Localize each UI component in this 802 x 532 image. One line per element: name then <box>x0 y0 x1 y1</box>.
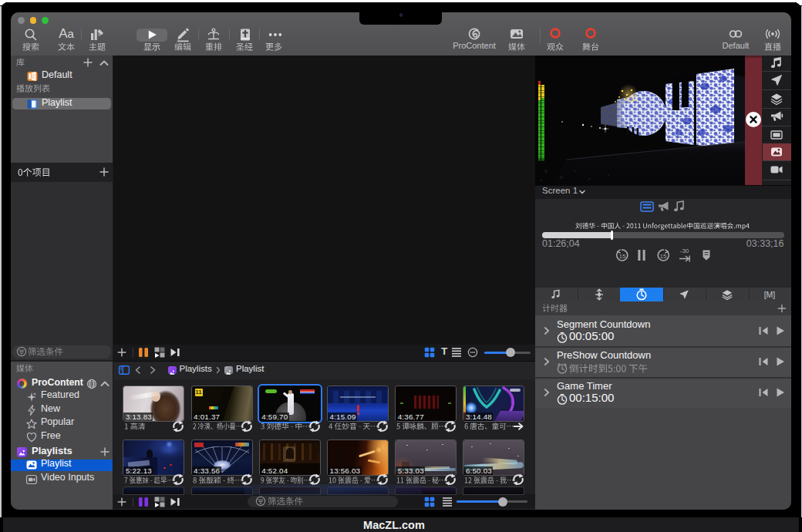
svg-text:15: 15 <box>660 253 666 260</box>
svg-text:-30: -30 <box>680 247 689 254</box>
svg-text:[M]: [M] <box>764 289 776 298</box>
svg-text:15: 15 <box>619 253 625 260</box>
